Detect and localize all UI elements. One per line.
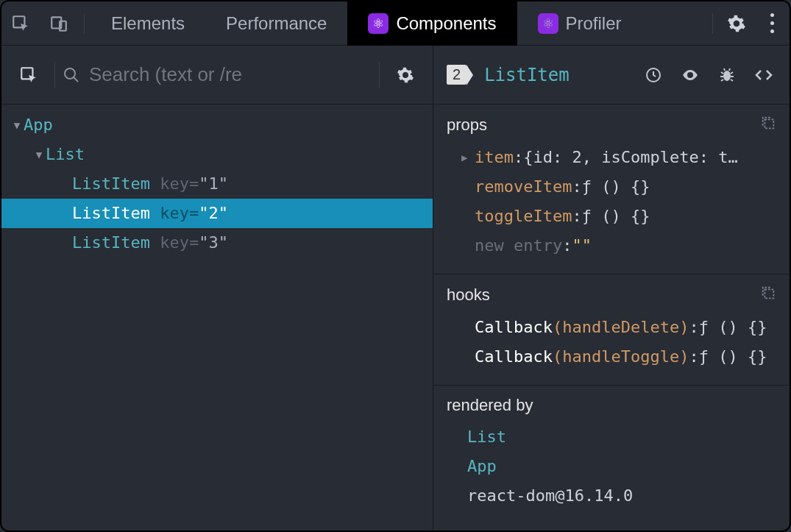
more-menu-button[interactable] bbox=[754, 1, 790, 46]
hook-row-handletoggle[interactable]: Callback(handleToggle): ƒ () {} bbox=[447, 342, 776, 372]
hook-type: Callback bbox=[475, 313, 553, 342]
inspect-dom-icon[interactable] bbox=[678, 63, 703, 88]
component-name: App bbox=[24, 110, 53, 140]
selected-component-name: ListItem bbox=[484, 65, 570, 85]
search-input[interactable] bbox=[89, 63, 372, 86]
key-label: key bbox=[160, 169, 189, 199]
prop-value: ƒ () {} bbox=[582, 202, 650, 231]
divider bbox=[379, 62, 380, 88]
tab-label: Performance bbox=[226, 13, 327, 34]
hook-name: handleToggle bbox=[562, 342, 679, 372]
svg-point-7 bbox=[723, 71, 731, 81]
devtools-tab-strip: Elements Performance ⚛ Components ⚛ Prof… bbox=[1, 1, 790, 46]
tab-label: Profiler bbox=[566, 13, 622, 34]
divider bbox=[712, 13, 713, 34]
tab-label: Components bbox=[396, 13, 496, 34]
prop-row-removeitem[interactable]: removeItem: ƒ () {} bbox=[447, 172, 776, 202]
divider bbox=[84, 13, 85, 34]
settings-button[interactable] bbox=[719, 1, 754, 46]
view-source-icon[interactable] bbox=[751, 63, 776, 88]
prop-row-toggleitem[interactable]: toggleItem: ƒ () {} bbox=[447, 202, 776, 231]
key-label: key bbox=[160, 228, 189, 258]
tree-row-list[interactable]: ▼ List bbox=[1, 140, 433, 169]
prop-row-new-entry[interactable]: new entry: "" bbox=[447, 231, 776, 260]
prop-row-item[interactable]: ▶ item: {id: 2, isComplete: t… bbox=[447, 143, 776, 172]
prop-value: {id: 2, isComplete: t… bbox=[523, 143, 737, 172]
device-toggle-icon[interactable] bbox=[40, 1, 78, 46]
component-search-bar bbox=[1, 46, 433, 104]
hook-name: handleDelete bbox=[562, 313, 679, 342]
hook-row-handledelete[interactable]: Callback(handleDelete): ƒ () {} bbox=[447, 313, 776, 342]
prop-key: removeItem bbox=[475, 172, 572, 202]
divider bbox=[54, 62, 55, 88]
tree-row-app[interactable]: ▼ App bbox=[1, 110, 433, 140]
hook-value: ƒ () {} bbox=[699, 342, 767, 372]
hook-value: ƒ () {} bbox=[699, 313, 767, 342]
new-entry-label: new entry bbox=[475, 231, 562, 260]
component-tree: ▼ App ▼ List ListItem key="1" ListItem k… bbox=[1, 104, 433, 531]
component-name: ListItem bbox=[72, 199, 150, 228]
react-icon: ⚛ bbox=[538, 13, 558, 34]
section-title: props bbox=[447, 116, 487, 135]
expand-arrow-icon[interactable]: ▶ bbox=[461, 143, 475, 172]
bug-icon[interactable] bbox=[714, 63, 739, 88]
prop-key: toggleItem bbox=[475, 202, 572, 231]
tab-components[interactable]: ⚛ Components bbox=[347, 1, 517, 46]
key-value: "3" bbox=[199, 228, 228, 258]
tree-row-listitem-3[interactable]: ListItem key="3" bbox=[1, 228, 433, 258]
tab-profiler[interactable]: ⚛ Profiler bbox=[517, 1, 642, 46]
svg-rect-8 bbox=[765, 119, 773, 128]
section-title: hooks bbox=[447, 285, 490, 305]
new-entry-value[interactable]: "" bbox=[572, 231, 592, 260]
copy-icon[interactable] bbox=[760, 115, 776, 135]
tree-row-listitem-2[interactable]: ListItem key="2" bbox=[1, 199, 433, 228]
key-value: "1" bbox=[199, 169, 228, 199]
prop-value: ƒ () {} bbox=[582, 172, 650, 202]
key-value: "2" bbox=[199, 199, 228, 228]
react-icon: ⚛ bbox=[368, 13, 389, 34]
svg-point-4 bbox=[65, 68, 75, 79]
inspect-element-icon[interactable] bbox=[1, 1, 40, 46]
rendered-by-link-list[interactable]: List bbox=[447, 422, 776, 452]
tab-label: Elements bbox=[111, 13, 185, 34]
rendered-by-section: rendered by List App react-dom@16.14.0 bbox=[433, 386, 790, 524]
rendered-by-runtime: react-dom@16.14.0 bbox=[447, 481, 776, 511]
key-badge: 2 bbox=[447, 65, 467, 85]
svg-rect-9 bbox=[765, 289, 773, 298]
component-name: List bbox=[46, 140, 85, 169]
key-label: key bbox=[160, 199, 189, 228]
collapse-arrow-icon[interactable]: ▼ bbox=[32, 140, 46, 169]
svg-line-5 bbox=[74, 77, 78, 82]
component-name: ListItem bbox=[72, 169, 150, 199]
selected-component-header: 2 ListItem bbox=[433, 46, 790, 104]
search-icon bbox=[63, 66, 80, 84]
hooks-section: hooks Callback(handleDelete): ƒ () {} Ca… bbox=[433, 274, 790, 386]
tab-elements[interactable]: Elements bbox=[91, 1, 205, 46]
prop-key: item bbox=[475, 143, 514, 172]
hook-type: Callback bbox=[475, 342, 553, 372]
search-settings-button[interactable] bbox=[387, 66, 424, 84]
tab-performance[interactable]: Performance bbox=[205, 1, 347, 46]
rendered-by-link-app[interactable]: App bbox=[447, 452, 776, 481]
props-section: props ▶ item: {id: 2, isComplete: t… rem… bbox=[433, 104, 790, 274]
tree-row-listitem-1[interactable]: ListItem key="1" bbox=[1, 169, 433, 199]
element-picker-icon[interactable] bbox=[10, 60, 47, 91]
collapse-arrow-icon[interactable]: ▼ bbox=[10, 110, 24, 140]
section-title: rendered by bbox=[447, 396, 533, 415]
copy-icon[interactable] bbox=[760, 285, 776, 305]
suspense-icon[interactable] bbox=[641, 63, 666, 88]
component-name: ListItem bbox=[72, 228, 150, 258]
